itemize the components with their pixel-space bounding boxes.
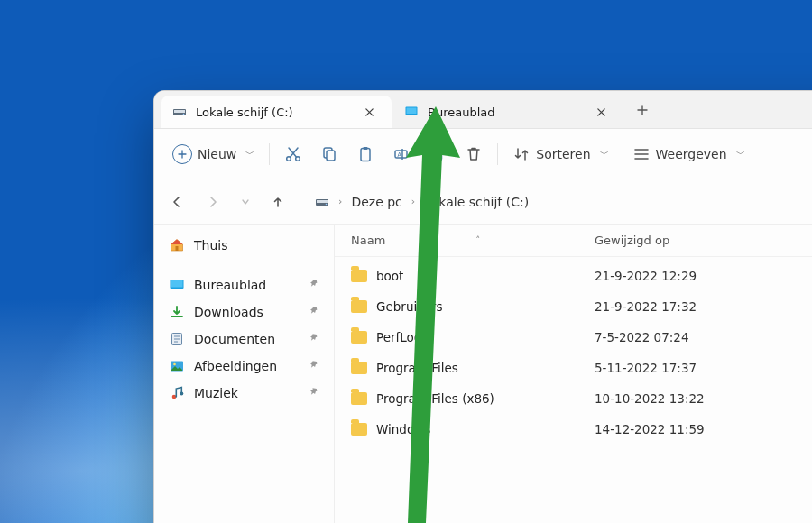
svg-rect-4	[407, 108, 417, 115]
sidebar-item-label: Afbeeldingen	[194, 359, 277, 373]
new-button[interactable]: Nieuw ﹀	[163, 139, 263, 170]
view-button[interactable]: Weergeven ﹀	[623, 140, 754, 169]
paste-button[interactable]	[347, 140, 383, 169]
file-name: Windows	[376, 422, 430, 436]
chevron-down-icon: ﹀	[245, 148, 254, 161]
folder-icon	[351, 362, 367, 374]
folder-icon	[351, 392, 367, 405]
sort-asc-icon: ˄	[475, 235, 480, 245]
file-name: Gebruikers	[376, 299, 442, 314]
table-row[interactable]: boot21-9-2022 12:29	[335, 261, 812, 291]
sidebar-item-desktop[interactable]: Bureaublad	[163, 271, 325, 298]
cut-button[interactable]	[275, 140, 311, 169]
pin-icon	[309, 387, 319, 400]
rename-button[interactable]: A	[383, 140, 420, 169]
pin-icon	[309, 279, 319, 292]
column-name-header[interactable]: Naam	[351, 234, 385, 247]
svg-rect-1	[174, 110, 185, 113]
share-button[interactable]	[420, 140, 456, 169]
separator	[497, 143, 498, 165]
separator	[269, 143, 270, 165]
trash-icon	[465, 145, 483, 163]
rename-icon: A	[392, 145, 411, 163]
svg-rect-10	[364, 147, 368, 150]
nav-forward-button[interactable]	[203, 192, 223, 212]
folder-icon	[351, 331, 367, 344]
file-date: 10-10-2022 13:22	[595, 391, 812, 406]
pictures-icon	[169, 358, 185, 374]
close-tab-button[interactable]	[357, 100, 381, 124]
address-bar-row: › Deze pc › Lokale schijf (C:)	[154, 179, 812, 225]
breadcrumb-item[interactable]: Deze pc	[351, 195, 401, 209]
explorer-body: Thuis BureaubladDownloadsDocumentenAfbee…	[154, 225, 812, 523]
music-icon	[169, 385, 185, 401]
delete-button[interactable]	[456, 140, 492, 169]
chevron-down-icon: ﹀	[736, 148, 745, 161]
svg-rect-13	[432, 152, 442, 160]
sort-button[interactable]: Sorteren ﹀	[503, 140, 617, 169]
breadcrumb[interactable]: › Deze pc › Lokale schijf (C:)	[315, 195, 529, 209]
new-button-label: Nieuw	[198, 147, 236, 161]
tab-desktop[interactable]: Bureaublad	[393, 96, 623, 128]
column-headers: Naam ˄ Gewijzigd op	[335, 225, 812, 257]
file-name: Program Files	[376, 361, 458, 375]
sidebar-item-music[interactable]: Muziek	[163, 380, 325, 407]
sidebar-item-label: Bureaublad	[194, 278, 266, 292]
svg-point-16	[326, 203, 328, 205]
nav-up-button[interactable]	[268, 192, 288, 212]
sidebar-item-home[interactable]: Thuis	[163, 232, 325, 259]
svg-point-2	[183, 114, 185, 115]
svg-rect-15	[317, 200, 328, 203]
table-row[interactable]: Program Files5-11-2022 17:37	[335, 353, 812, 383]
view-button-label: Weergeven	[656, 147, 727, 161]
nav-back-button[interactable]	[167, 192, 187, 212]
sidebar-item-label: Muziek	[194, 386, 238, 400]
pin-icon	[309, 333, 319, 346]
tab-local-disk[interactable]: Lokale schijf (C:)	[161, 96, 392, 128]
chevron-down-icon: ﹀	[600, 148, 609, 161]
sidebar-item-pictures[interactable]: Afbeeldingen	[163, 353, 325, 380]
file-date: 5-11-2022 17:37	[595, 361, 812, 375]
desktop-icon	[169, 277, 185, 293]
sidebar-item-label: Thuis	[194, 238, 227, 252]
sort-button-label: Sorteren	[536, 147, 590, 161]
chevron-right-icon: ›	[338, 196, 342, 207]
home-icon	[169, 237, 185, 253]
folder-icon	[351, 270, 367, 282]
close-tab-button[interactable]	[589, 100, 613, 124]
file-name: PerfLogs	[376, 330, 428, 344]
drive-icon	[315, 195, 329, 209]
column-modified-header[interactable]: Gewijzigd op	[595, 234, 812, 247]
nav-recent-chevron[interactable]	[239, 192, 252, 212]
copy-icon	[320, 145, 338, 163]
scissors-icon	[284, 145, 302, 163]
sort-icon	[512, 145, 531, 163]
share-icon	[429, 145, 447, 163]
sidebar-item-downloads[interactable]: Downloads	[163, 298, 325, 326]
hamburger-icon	[632, 145, 651, 163]
downloads-icon	[169, 304, 185, 320]
tab-label: Lokale schijf (C:)	[196, 106, 348, 119]
file-date: 14-12-2022 11:59	[595, 422, 812, 436]
table-row[interactable]: Windows14-12-2022 11:59	[335, 414, 812, 445]
file-name: Program Files (x86)	[376, 391, 494, 406]
desktop-icon	[404, 105, 419, 119]
file-list-pane: Naam ˄ Gewijzigd op boot21-9-2022 12:29G…	[335, 225, 812, 523]
documents-icon	[169, 331, 185, 347]
file-rows: boot21-9-2022 12:29Gebruikers21-9-2022 1…	[335, 257, 812, 523]
new-tab-button[interactable]	[627, 96, 658, 124]
breadcrumb-item[interactable]: Lokale schijf (C:)	[424, 195, 529, 209]
svg-text:A: A	[398, 151, 402, 157]
sidebar-item-documents[interactable]: Documenten	[163, 326, 325, 353]
clipboard-icon	[356, 145, 374, 163]
table-row[interactable]: Program Files (x86)10-10-2022 13:22	[335, 383, 812, 414]
svg-point-24	[180, 392, 183, 396]
table-row[interactable]: PerfLogs7-5-2022 07:24	[335, 322, 812, 353]
svg-rect-19	[171, 280, 183, 288]
copy-button[interactable]	[311, 140, 347, 169]
command-bar: Nieuw ﹀ A	[154, 129, 812, 179]
tab-label: Bureaublad	[428, 106, 580, 119]
sidebar-item-label: Documenten	[194, 332, 275, 346]
pin-icon	[309, 360, 319, 373]
table-row[interactable]: Gebruikers21-9-2022 17:32	[335, 291, 812, 322]
